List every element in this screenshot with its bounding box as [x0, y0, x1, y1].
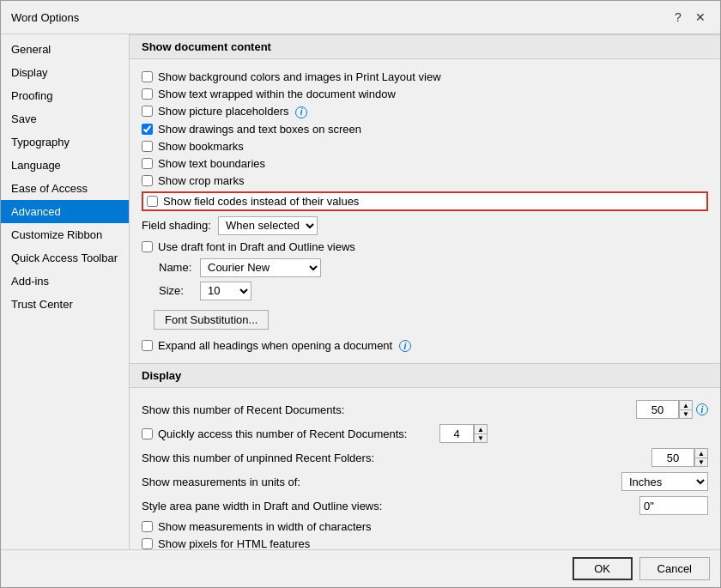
checkbox-pixels-html[interactable]	[142, 538, 153, 549]
checkbox-bg-colors[interactable]	[142, 71, 153, 82]
title-controls: ? ✕	[669, 8, 710, 27]
option-pixels-html: Show pixels for HTML features	[142, 537, 708, 549]
recent-docs-label: Show this number of Recent Documents:	[142, 403, 629, 416]
cancel-button[interactable]: Cancel	[639, 557, 710, 580]
option-text-wrapped: Show text wrapped within the document wi…	[142, 88, 708, 100]
recent-folders-down[interactable]: ▼	[694, 458, 708, 467]
checkbox-quick-access-docs[interactable]	[142, 428, 153, 439]
recent-folders-spinner: ▲ ▼	[651, 448, 708, 467]
checkbox-text-wrapped[interactable]	[142, 88, 153, 100]
sidebar-item-save[interactable]: Save	[1, 107, 129, 130]
font-substitution-button[interactable]: Font Substitution...	[154, 310, 269, 330]
checkbox-width-chars[interactable]	[142, 521, 153, 532]
label-text-boundaries: Show text boundaries	[158, 157, 265, 170]
expand-headings-row: Expand all headings when opening a docum…	[142, 339, 708, 353]
font-name-select[interactable]: Courier New Arial Times New Roman	[200, 258, 321, 277]
sidebar-item-display[interactable]: Display	[1, 61, 129, 84]
draft-font-row: Use draft font in Draft and Outline view…	[142, 240, 708, 253]
sidebar-item-proofing[interactable]: Proofing	[1, 84, 129, 107]
label-width-chars: Show measurements in width of characters	[158, 520, 372, 533]
checkbox-picture-placeholders[interactable]	[142, 106, 153, 117]
sidebar-item-typography[interactable]: Typography	[1, 130, 129, 154]
recent-folders-up[interactable]: ▲	[694, 448, 708, 458]
sidebar-item-add-ins[interactable]: Add-ins	[1, 270, 129, 293]
section-content-doc: Show background colors and images in Pri…	[130, 59, 720, 363]
option-bookmarks: Show bookmarks	[142, 140, 708, 153]
label-drawings: Show drawings and text boxes on screen	[158, 123, 361, 136]
sidebar-item-customize-ribbon[interactable]: Customize Ribbon	[1, 223, 129, 246]
field-shading-row: Field shading: Always When selected Neve…	[142, 216, 708, 235]
style-pane-input[interactable]	[639, 496, 708, 515]
recent-folders-arrows: ▲ ▼	[694, 448, 708, 467]
style-pane-row: Style area pane width in Draft and Outli…	[142, 496, 708, 515]
option-text-boundaries: Show text boundaries	[142, 157, 708, 170]
recent-docs-up[interactable]: ▲	[679, 400, 693, 409]
section-header-display: Display	[130, 363, 720, 388]
option-crop-marks: Show crop marks	[142, 174, 708, 187]
quick-access-docs-spinner: ▲ ▼	[439, 424, 488, 443]
field-shading-select[interactable]: Always When selected Never	[218, 216, 318, 235]
label-text-wrapped: Show text wrapped within the document wi…	[158, 88, 396, 100]
option-bg-colors: Show background colors and images in Pri…	[142, 70, 708, 83]
checkbox-bookmarks[interactable]	[142, 141, 153, 152]
dialog-footer: OK Cancel	[1, 549, 720, 587]
checkbox-crop-marks[interactable]	[142, 175, 153, 186]
word-options-dialog: Word Options ? ✕ General Display Proofin…	[0, 0, 721, 588]
recent-folders-label: Show this number of unpinned Recent Fold…	[142, 452, 645, 464]
recent-folders-row: Show this number of unpinned Recent Fold…	[142, 448, 708, 467]
label-draft-font: Use draft font in Draft and Outline view…	[158, 240, 355, 253]
content-inner: Show document content Show background co…	[130, 34, 720, 549]
title-bar: Word Options ? ✕	[1, 1, 720, 34]
recent-docs-input[interactable]	[636, 400, 679, 419]
section-content-display: Show this number of Recent Documents: ▲ …	[130, 388, 720, 549]
ok-button[interactable]: OK	[573, 557, 633, 580]
recent-folders-input[interactable]	[651, 448, 694, 467]
option-width-chars: Show measurements in width of characters	[142, 520, 708, 533]
dialog-title: Word Options	[11, 11, 79, 24]
font-size-label: Size:	[159, 284, 193, 297]
quick-access-docs-arrows: ▲ ▼	[474, 424, 488, 443]
section-header-doc-content: Show document content	[130, 34, 720, 59]
sidebar-item-ease-of-access[interactable]: Ease of Access	[1, 177, 129, 200]
measurements-select[interactable]: Inches Centimeters Millimeters Points Pi…	[621, 472, 708, 491]
sidebar-item-trust-center[interactable]: Trust Center	[1, 293, 129, 316]
recent-docs-arrows: ▲ ▼	[679, 400, 693, 419]
sidebar-item-language[interactable]: Language	[1, 154, 129, 177]
quick-access-docs-down[interactable]: ▼	[474, 433, 488, 443]
font-name-row: Name: Courier New Arial Times New Roman	[159, 258, 708, 277]
label-bg-colors: Show background colors and images in Pri…	[158, 70, 441, 83]
recent-docs-row: Show this number of Recent Documents: ▲ …	[142, 400, 708, 419]
quick-access-docs-up[interactable]: ▲	[474, 424, 488, 433]
measurements-row: Show measurements in units of: Inches Ce…	[142, 472, 708, 491]
option-drawings: Show drawings and text boxes on screen	[142, 123, 708, 136]
font-size-select[interactable]: 8 9 10 11 12	[200, 282, 251, 300]
checkbox-drawings[interactable]	[142, 124, 153, 135]
sidebar-item-quick-access[interactable]: Quick Access Toolbar	[1, 246, 129, 270]
info-icon-expand[interactable]: i	[399, 340, 411, 352]
section-display: Display Show this number of Recent Docum…	[130, 363, 720, 549]
checkbox-draft-font[interactable]	[142, 241, 153, 252]
sidebar: General Display Proofing Save Typography…	[1, 34, 130, 549]
checkbox-field-codes[interactable]	[147, 196, 158, 207]
field-codes-row: Show field codes instead of their values	[142, 191, 708, 211]
label-crop-marks: Show crop marks	[158, 174, 244, 187]
info-icon-picture[interactable]: i	[295, 106, 307, 118]
content-area: Show document content Show background co…	[130, 34, 720, 549]
label-expand-headings: Expand all headings when opening a docum…	[158, 339, 411, 353]
recent-docs-down[interactable]: ▼	[679, 409, 693, 419]
option-picture-placeholders: Show picture placeholders i	[142, 105, 708, 118]
help-button[interactable]: ?	[669, 8, 688, 27]
close-button[interactable]: ✕	[691, 8, 710, 27]
dialog-body: General Display Proofing Save Typography…	[1, 34, 720, 549]
style-pane-label: Style area pane width in Draft and Outli…	[142, 500, 633, 512]
sidebar-item-general[interactable]: General	[1, 38, 129, 61]
font-name-label: Name:	[159, 261, 193, 274]
section-show-document-content: Show document content Show background co…	[130, 34, 720, 363]
checkbox-expand-headings[interactable]	[142, 340, 153, 351]
field-shading-label: Field shading:	[142, 219, 211, 232]
info-icon-recent-docs[interactable]: i	[696, 403, 708, 415]
sidebar-item-advanced[interactable]: Advanced	[1, 200, 129, 223]
quick-access-docs-input[interactable]	[439, 424, 474, 443]
checkbox-text-boundaries[interactable]	[142, 158, 153, 169]
label-field-codes: Show field codes instead of their values	[163, 195, 359, 208]
